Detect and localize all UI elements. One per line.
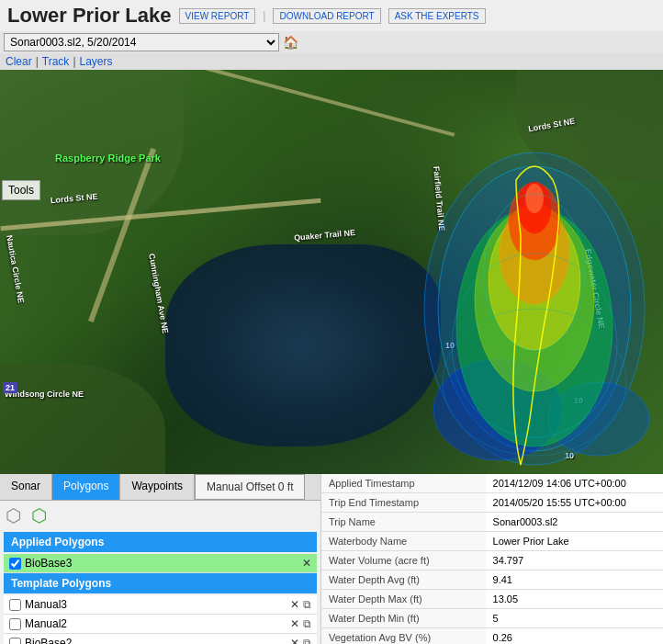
row-label-5: Water Depth Avg (ft) [321,571,486,590]
manual-offset-tab[interactable]: Manual Offset 0 ft [195,474,306,500]
polygon-manual2-checkbox[interactable] [9,618,21,630]
table-row: Waterbody NameLower Prior Lake [321,532,663,551]
row-value-8: 0.26 [486,628,663,645]
table-row: Applied Timestamp2014/12/09 14:06 UTC+00… [321,474,663,493]
row-value-1: 2014/05/20 15:55 UTC+00:00 [486,493,663,513]
toolbar-row: Sonar0003.sl2, 5/20/2014 🏠 [0,31,663,53]
download-report-btn[interactable]: DOWNLOAD REPORT [273,8,380,24]
polygons-tab[interactable]: Polygons [52,474,120,500]
ask-experts-btn[interactable]: ASK THE EXPERTS [388,8,486,24]
tools-btn[interactable]: Tools [2,180,40,200]
row-value-3: Lower Prior Lake [486,532,663,551]
page-title: Lower Prior Lake [7,4,172,28]
waypoints-tab[interactable]: Waypoints [120,474,195,500]
polygon-biobase2-delete[interactable]: ✕ [290,637,299,644]
table-row: Vegetation Avg BV (%)0.26 [321,628,663,645]
polygon-biobase3-label: BioBase3 [25,557,298,570]
row-value-0: 2014/12/09 14:06 UTC+00:00 [486,474,663,493]
row-label-8: Vegetation Avg BV (%) [321,628,486,645]
polygon-biobase2-item: BioBase2 ✕ ⧉ [4,634,317,644]
sonar-select[interactable]: Sonar0003.sl2, 5/20/2014 [4,33,279,51]
polygon-manual3-label: Manual3 [25,598,287,611]
template-polygons-header: Template Polygons [4,573,317,593]
polygon-biobase3-delete[interactable]: ✕ [302,557,311,570]
polygon-manual3-checkbox[interactable] [9,599,21,611]
row-label-0: Applied Timestamp [321,474,486,493]
park-label: Raspberry Ridge Park [55,153,161,164]
row-value-4: 34.797 [486,551,663,571]
polygon-manual2-label: Manual2 [25,617,287,630]
polygon-biobase3-item: BioBase3 ✕ [4,554,317,573]
polygon-manual3-delete[interactable]: ✕ [290,598,299,611]
right-panel: Applied Timestamp2014/12/09 14:06 UTC+00… [321,474,663,644]
route-21-badge: 21 [3,382,17,393]
water-body [165,244,441,446]
row-value-5: 9.41 [486,571,663,590]
polygon-manual2-item: Manual2 ✕ ⧉ [4,615,317,634]
left-panel: Sonar Polygons Waypoints Manual Offset 0… [0,474,321,644]
row-value-6: 13.05 [486,590,663,609]
row-label-4: Water Volume (acre ft) [321,551,486,571]
polygon-manual2-copy[interactable]: ⧉ [303,617,311,630]
tab-bar: Sonar Polygons Waypoints Manual Offset 0… [0,474,320,501]
polygon-list: Applied Polygons BioBase3 ✕ Template Pol… [0,528,320,644]
polygon-manual3-copy[interactable]: ⧉ [303,598,311,611]
table-row: Trip NameSonar0003.sl2 [321,513,663,532]
polygon-biobase2-checkbox[interactable] [9,638,21,645]
hex-icon-2[interactable]: ⬡ [31,504,51,525]
polygon-biobase2-copy[interactable]: ⧉ [303,637,311,644]
hex-icons-row: ⬡ ⬡ [0,501,320,528]
polygon-manual2-delete[interactable]: ✕ [290,617,299,630]
polygon-manual3-item: Manual3 ✕ ⧉ [4,595,317,615]
table-row: Water Depth Avg (ft)9.41 [321,571,663,590]
data-table: Applied Timestamp2014/12/09 14:06 UTC+00… [321,474,663,644]
table-row: Water Volume (acre ft)34.797 [321,551,663,571]
row-label-7: Water Depth Min (ft) [321,609,486,628]
nav-row: Clear | Track | Layers [0,53,663,70]
sonar-tab[interactable]: Sonar [0,474,52,500]
row-value-7: 5 [486,609,663,628]
table-row: Water Depth Min (ft)5 [321,609,663,628]
clear-link[interactable]: Clear [6,55,32,68]
header: Lower Prior Lake VIEW REPORT | DOWNLOAD … [0,0,663,31]
svg-point-10 [525,184,544,213]
heatmap-overlay [415,125,654,474]
applied-polygons-header: Applied Polygons [4,532,317,552]
home-btn[interactable]: 🏠 [283,35,298,50]
row-value-2: Sonar0003.sl2 [486,513,663,532]
row-label-2: Trip Name [321,513,486,532]
polygon-biobase2-label: BioBase2 [25,637,287,644]
bottom-panel: Sonar Polygons Waypoints Manual Offset 0… [0,474,663,644]
table-row: Water Depth Max (ft)13.05 [321,590,663,609]
polygon-biobase3-checkbox[interactable] [9,558,21,570]
row-label-3: Waterbody Name [321,532,486,551]
view-report-btn[interactable]: VIEW REPORT [179,8,256,24]
table-row: Trip End Timestamp2014/05/20 15:55 UTC+0… [321,493,663,513]
track-link[interactable]: Track [42,55,70,68]
map-area[interactable]: Raspberry Ridge Park Lords St NE Lords S… [0,70,663,474]
layers-link[interactable]: Layers [80,55,113,68]
row-label-1: Trip End Timestamp [321,493,486,513]
row-label-6: Water Depth Max (ft) [321,590,486,609]
hex-icon-1[interactable]: ⬡ [6,504,26,525]
